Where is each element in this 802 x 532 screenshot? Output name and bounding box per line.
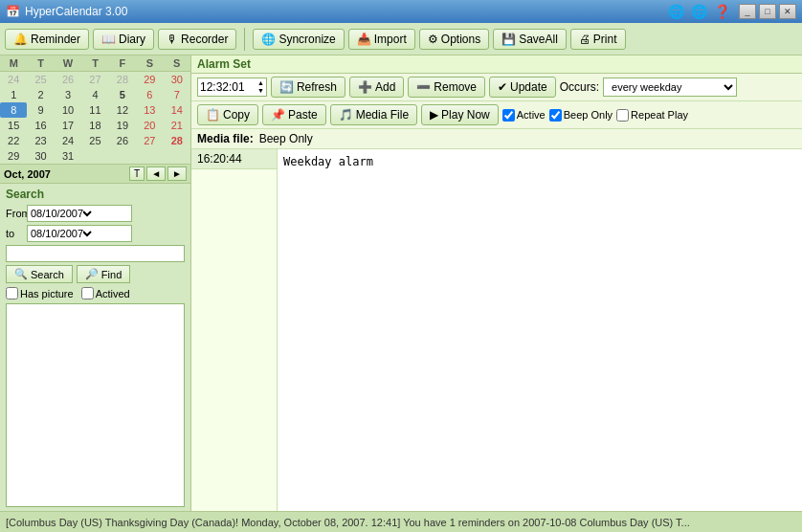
- search-button[interactable]: 🔍 Search: [6, 265, 73, 283]
- calendar-day[interactable]: 13: [136, 102, 163, 118]
- calendar-day[interactable]: 23: [27, 133, 54, 148]
- print-button[interactable]: 🖨 Print: [570, 29, 626, 50]
- calendar-day[interactable]: 22: [0, 133, 27, 148]
- calendar-day[interactable]: 20: [136, 118, 163, 133]
- maximize-button[interactable]: □: [759, 4, 776, 19]
- calendar-day[interactable]: 28: [109, 72, 136, 87]
- calendar-day[interactable]: 28: [164, 133, 190, 148]
- calendar-day[interactable]: 11: [81, 102, 108, 118]
- media-file-button[interactable]: 🎵 Media File: [330, 104, 417, 125]
- time-spinner[interactable]: ▲ ▼: [257, 79, 264, 95]
- calendar-day[interactable]: 7: [164, 87, 190, 102]
- reminder-button[interactable]: 🔔 Reminder: [5, 29, 89, 50]
- main-toolbar: 🔔 Reminder 📖 Diary 🎙 Recorder 🌐 Syncroni…: [0, 23, 802, 55]
- saveall-button[interactable]: 💾 SaveAll: [493, 29, 567, 50]
- calendar-day[interactable]: 1: [0, 87, 27, 102]
- calendar-day[interactable]: 31: [55, 148, 81, 164]
- calendar-day[interactable]: 26: [55, 72, 81, 87]
- calendar-day[interactable]: 9: [27, 102, 54, 118]
- update-button[interactable]: ✔ Update: [489, 77, 556, 98]
- actived-checkbox[interactable]: Actived: [81, 287, 130, 299]
- repeat-play-checkbox[interactable]: Repeat Play: [616, 109, 688, 122]
- calendar-day[interactable]: 25: [81, 133, 108, 148]
- status-text: [Columbus Day (US) Thanksgiving Day (Can…: [6, 517, 690, 528]
- weekday-header: S: [136, 55, 163, 71]
- calendar-day[interactable]: 27: [81, 72, 108, 87]
- refresh-icon: 🔄: [279, 80, 294, 94]
- calendar-day[interactable]: 8: [0, 102, 27, 118]
- calendar-month-year: Oct, 2007: [4, 168, 51, 180]
- alarm-note-textarea[interactable]: Weekday alarm: [283, 155, 796, 505]
- to-label: to: [6, 228, 23, 239]
- calendar-day[interactable]: 21: [164, 118, 190, 133]
- calendar-day[interactable]: 18: [81, 118, 108, 133]
- minimize-button[interactable]: _: [739, 4, 756, 19]
- from-date-dropdown[interactable]: ▼: [83, 207, 95, 220]
- to-date-dropdown[interactable]: ▼: [83, 227, 95, 240]
- recorder-button[interactable]: 🎙 Recorder: [158, 29, 236, 50]
- options-button[interactable]: ⚙ Options: [419, 29, 489, 50]
- copy-icon: 📋: [206, 108, 220, 122]
- to-date-input[interactable]: 08/10/2007 ▼: [27, 225, 132, 242]
- calendar-day[interactable]: 29: [0, 148, 27, 164]
- calendar-prev-button[interactable]: ◄: [146, 166, 166, 181]
- alarm-toolbar-row1: ▲ ▼ 🔄 Refresh ➕ Add ➖ Remove ✔ Update Oc…: [191, 74, 802, 101]
- search-icon: 🔍: [14, 268, 28, 280]
- calendar-day[interactable]: 3: [55, 87, 81, 102]
- alarm-note-area[interactable]: Weekday alarm: [278, 149, 802, 511]
- search-text-input[interactable]: [6, 245, 185, 262]
- calendar-day[interactable]: 12: [109, 102, 136, 118]
- toolbar-separator: [244, 28, 245, 51]
- calendar-day[interactable]: 29: [136, 72, 163, 87]
- calendar-day[interactable]: 24: [0, 72, 27, 87]
- alarm-list-item[interactable]: 16:20:44: [191, 149, 277, 169]
- calendar-day[interactable]: 27: [136, 133, 163, 148]
- find-button[interactable]: 🔎 Find: [77, 265, 130, 283]
- copy-button[interactable]: 📋 Copy: [197, 104, 258, 125]
- sync-button[interactable]: 🌐 Syncronize: [253, 29, 344, 50]
- calendar-day[interactable]: 30: [164, 72, 190, 87]
- search-buttons: 🔍 Search 🔎 Find: [6, 265, 185, 283]
- paste-button[interactable]: 📌 Paste: [262, 104, 326, 125]
- media-file-label: Media file:: [197, 132, 254, 145]
- calendar-grid[interactable]: 2425262728293012345678910111213141516171…: [0, 72, 190, 164]
- calendar-day: [81, 148, 108, 164]
- calendar-day[interactable]: 15: [0, 118, 27, 133]
- media-file-name: Beep Only: [259, 132, 313, 145]
- calendar-day[interactable]: 5: [109, 87, 136, 102]
- close-button[interactable]: ✕: [779, 4, 796, 19]
- calendar-day[interactable]: 6: [136, 87, 163, 102]
- calendar-day[interactable]: 26: [109, 133, 136, 148]
- alarm-list[interactable]: 16:20:44: [191, 149, 278, 511]
- weekday-header: S: [164, 55, 190, 71]
- media-file-row: Media file: Beep Only: [191, 129, 802, 149]
- import-button[interactable]: 📥 Import: [348, 29, 415, 50]
- active-checkbox[interactable]: Active: [502, 109, 546, 122]
- time-value[interactable]: [200, 80, 257, 94]
- calendar-day[interactable]: 24: [55, 133, 81, 148]
- from-date-input[interactable]: 08/10/2007 ▼: [27, 205, 132, 222]
- calendar-day[interactable]: 19: [109, 118, 136, 133]
- play-now-button[interactable]: ▶ Play Now: [421, 104, 499, 125]
- recorder-icon: 🎙: [167, 33, 178, 46]
- calendar-day[interactable]: 2: [27, 87, 54, 102]
- sync-icon: 🌐: [261, 33, 276, 46]
- calendar-day[interactable]: 25: [27, 72, 54, 87]
- refresh-button[interactable]: 🔄 Refresh: [271, 77, 345, 98]
- add-button[interactable]: ➕ Add: [349, 77, 404, 98]
- calendar-day[interactable]: 30: [27, 148, 54, 164]
- calendar-day[interactable]: 10: [55, 102, 81, 118]
- beep-only-checkbox[interactable]: Beep Only: [549, 109, 613, 122]
- calendar-day[interactable]: 17: [55, 118, 81, 133]
- has-picture-checkbox[interactable]: Has picture: [6, 287, 74, 299]
- calendar-day[interactable]: 4: [81, 87, 108, 102]
- title-bar-controls: 🌐 🌐 ❓ _ □ ✕: [668, 4, 796, 19]
- diary-button[interactable]: 📖 Diary: [93, 29, 154, 50]
- remove-button[interactable]: ➖ Remove: [408, 77, 485, 98]
- calendar-today-button[interactable]: T: [129, 166, 145, 181]
- calendar-next-button[interactable]: ►: [167, 166, 187, 181]
- time-input-field[interactable]: ▲ ▼: [197, 78, 267, 97]
- calendar-day[interactable]: 14: [164, 102, 190, 118]
- calendar-day[interactable]: 16: [27, 118, 54, 133]
- occurs-select[interactable]: every weekdayevery dayonceweeklymonthlyy…: [603, 78, 737, 97]
